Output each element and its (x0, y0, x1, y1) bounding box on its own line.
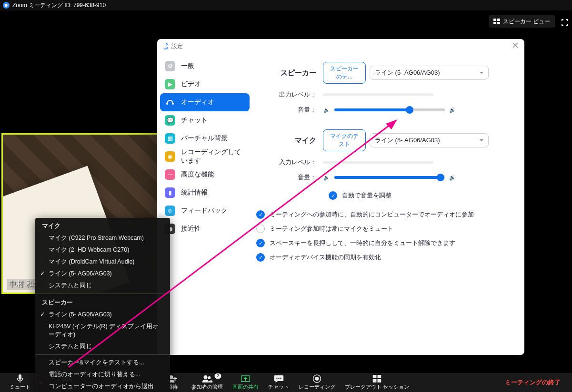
nav-label: チャット (181, 116, 208, 125)
option-label: スペースキーを長押しして、一時的に自分をミュート解除できます (270, 239, 455, 247)
nav-icon: ☺ (165, 206, 175, 216)
mic-volume-label: 音量： (256, 173, 323, 182)
svg-rect-19 (378, 375, 381, 378)
input-level-label: 入力レベル： (256, 158, 323, 167)
breakout-icon (373, 374, 381, 383)
nav-icon: ▦ (165, 133, 175, 144)
speaker-option[interactable]: KH245V (インテル(R) ディスプレイ用オーディオ) (35, 321, 170, 341)
window-titlebar: Zoom ミーティング ID: 799-638-910 (0, 0, 572, 10)
mic-section-label: マイク (256, 136, 323, 145)
share-screen-button[interactable]: 画面の共有 (228, 373, 263, 392)
svg-point-13 (276, 378, 277, 379)
nav-label: ビデオ (181, 80, 201, 88)
option-checkbox[interactable]: ✓ (256, 210, 265, 219)
nav-icon (165, 97, 175, 108)
mic-option[interactable]: マイク (2- HD Webcam C270) (35, 244, 170, 256)
settings-sidebar: ⚙一般▶ビデオオーディオ💬チャット▦バーチャル背景◉レコーディングしています⋯高… (157, 53, 252, 355)
settings-nav-item[interactable]: オーディオ (160, 93, 250, 111)
svg-point-4 (166, 103, 168, 105)
settings-nav-item[interactable]: ▮統計情報 (160, 184, 250, 202)
option-label: ミーティング参加時は常にマイクをミュート (270, 225, 393, 233)
nav-label: 一般 (181, 62, 194, 70)
nav-label: 統計情報 (181, 188, 208, 197)
settings-nav-item[interactable]: ◉レコーディングしています (160, 147, 250, 166)
mute-button[interactable]: ミュート (5, 373, 35, 392)
audio-menu-action[interactable]: 電話のオーディオに切り替える... (35, 369, 170, 381)
chat-button[interactable]: チャット (263, 373, 294, 392)
fullscreen-icon (562, 19, 568, 26)
settings-nav-item[interactable]: ⚙一般 (160, 57, 250, 75)
speaker-low-icon: 🔈 (323, 175, 331, 181)
speaker-high-icon: 🔊 (449, 107, 456, 113)
option-checkbox[interactable] (256, 225, 265, 233)
output-level-label: 出力レベル： (256, 90, 323, 99)
speaker-view-label: スピーカー ビュー (503, 18, 550, 26)
svg-rect-18 (373, 375, 377, 378)
test-mic-button[interactable]: マイクのテスト (323, 129, 366, 151)
svg-rect-2 (493, 22, 496, 24)
speaker-volume-slider[interactable] (334, 108, 445, 111)
mic-option[interactable]: ライン (5- AG06/AG03) (35, 268, 170, 280)
svg-point-11 (208, 376, 211, 379)
auto-volume-checkbox[interactable]: ✓ (329, 191, 337, 200)
close-button[interactable] (512, 42, 520, 49)
speaker-option[interactable]: システムと同じ (35, 341, 170, 353)
settings-nav-item[interactable]: ▦バーチャル背景 (160, 129, 250, 147)
record-button[interactable]: レコーディング (294, 373, 340, 392)
settings-nav-item[interactable]: ◑接近性 (160, 220, 250, 238)
svg-rect-20 (373, 379, 377, 382)
close-icon (512, 42, 519, 49)
settings-panel-audio: スピーカー スピーカーのテ... ライン (5- AG06/AG03) 出力レベ… (252, 53, 524, 355)
speaker-low-icon: 🔈 (323, 107, 331, 113)
audio-menu-action[interactable]: コンピューターのオーディオから退出 (35, 381, 170, 392)
settings-nav-item[interactable]: 💬チャット (160, 111, 250, 129)
speaker-high-icon: 🔊 (449, 175, 456, 181)
settings-dialog: 設定 ⚙一般▶ビデオオーディオ💬チャット▦バーチャル背景◉レコーディングしていま… (157, 39, 524, 355)
speaker-option[interactable]: ライン (5- AG06/AG03) (35, 309, 170, 321)
mic-option[interactable]: マイク (C922 Pro Stream Webcam) (35, 232, 170, 244)
nav-icon: ▮ (165, 187, 175, 198)
speaker-device-select[interactable]: ライン (5- AG06/AG03) (370, 66, 489, 80)
audio-menu-action[interactable]: スピーカー&マイクをテストする... (35, 357, 170, 369)
participants-count: 2 (215, 373, 221, 379)
option-label: オーディオデバイス機能の同期を有効化 (270, 253, 381, 262)
grid-icon (493, 19, 500, 24)
option-checkbox[interactable]: ✓ (256, 239, 265, 247)
svg-rect-21 (378, 379, 381, 382)
nav-icon: 💬 (165, 115, 175, 126)
speaker-volume-label: 音量： (256, 106, 323, 114)
settings-nav-item[interactable]: ▶ビデオ (160, 75, 250, 93)
nav-icon: ⋯ (165, 169, 175, 180)
nav-label: レコーディングしています (181, 148, 245, 165)
zoom-icon (162, 43, 169, 49)
mic-option[interactable]: マイク (DroidCam Virtual Audio) (35, 256, 170, 268)
svg-point-10 (203, 375, 207, 379)
svg-rect-1 (497, 19, 500, 21)
settings-nav-item[interactable]: ⋯高度な機能 (160, 166, 250, 184)
menu-section-mic: マイク (35, 219, 170, 232)
svg-point-15 (280, 378, 281, 379)
speaker-view-button[interactable]: スピーカー ビュー (489, 15, 555, 28)
test-speaker-button[interactable]: スピーカーのテ... (323, 62, 366, 84)
record-icon (312, 374, 321, 383)
svg-point-14 (278, 378, 279, 379)
settings-titlebar: 設定 (157, 39, 524, 53)
fullscreen-button[interactable] (560, 17, 570, 28)
mic-option[interactable]: システムと同じ (35, 280, 170, 292)
nav-label: 高度な機能 (181, 170, 214, 179)
menu-section-speaker: スピーカー (35, 296, 170, 309)
nav-label: バーチャル背景 (181, 134, 228, 143)
end-meeting-button[interactable]: ミーティングの終了 (498, 378, 567, 387)
participants-icon (202, 374, 212, 383)
auto-volume-label: 自動で音量を調整 (342, 191, 391, 200)
mic-device-select[interactable]: ライン (5- AG06/AG03) (370, 133, 489, 147)
input-level-meter (323, 161, 433, 164)
window-title: Zoom ミーティング ID: 799-638-910 (12, 1, 106, 10)
nav-label: オーディオ (181, 98, 214, 107)
breakout-button[interactable]: ブレークアウト セッション (340, 373, 414, 392)
option-checkbox[interactable]: ✓ (256, 253, 265, 262)
participants-button[interactable]: 2 参加者の管理 (187, 373, 228, 392)
settings-nav-item[interactable]: ☺フィードバック (160, 202, 250, 220)
mic-volume-slider[interactable] (334, 176, 445, 179)
share-icon (241, 374, 250, 383)
